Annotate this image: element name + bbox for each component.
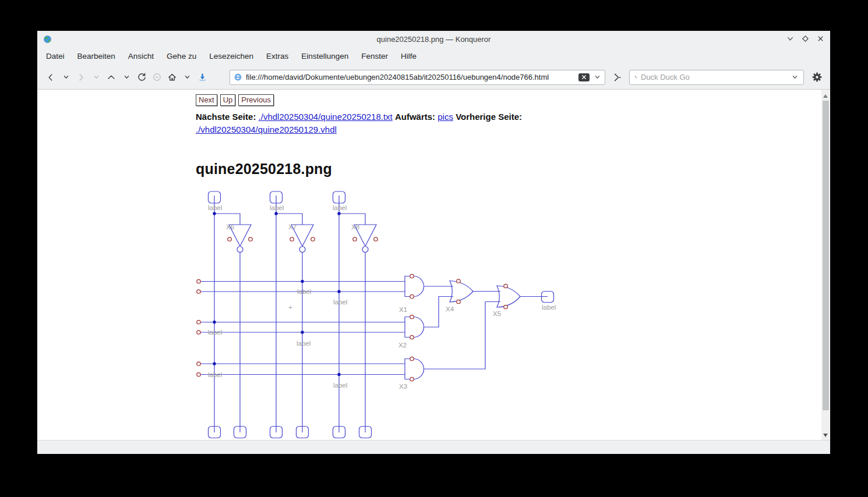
vertical-scrollbar[interactable]: [821, 90, 830, 440]
net-label: label: [270, 204, 284, 211]
or-gate-x5: [497, 286, 520, 307]
url-input[interactable]: file:///home/david/Dokumente/uebungen202…: [246, 73, 578, 81]
origin-marker: +: [288, 304, 292, 311]
home-icon[interactable]: [164, 70, 179, 85]
up-link[interactable]: pics: [437, 112, 453, 122]
menu-hilfe[interactable]: Hilfe: [394, 48, 423, 65]
scroll-up-icon[interactable]: [823, 94, 828, 98]
and-gate-x3: [405, 359, 424, 379]
stop-icon: [149, 70, 164, 85]
menu-lesezeichen[interactable]: Lesezeichen: [203, 48, 260, 65]
search-provider-mark-icon: [634, 75, 638, 79]
junction-dots: [213, 212, 340, 376]
minimize-icon[interactable]: [786, 35, 794, 42]
nav-links-paragraph: Nächste Seite: ./vhdl20250304/quine20250…: [196, 111, 577, 136]
menu-extras[interactable]: Extras: [260, 48, 295, 65]
net-label: label: [297, 288, 311, 295]
scrollbar-thumb[interactable]: [823, 101, 829, 410]
previous-button[interactable]: Previous: [238, 94, 274, 106]
net-label: label: [208, 204, 222, 211]
gate-label: X1: [399, 306, 407, 313]
or-gate-x4: [450, 281, 473, 303]
up-icon[interactable]: [104, 70, 119, 85]
up-dropdown-icon[interactable]: [119, 70, 134, 85]
net-label: label: [208, 371, 222, 378]
blue-down-arrow-icon[interactable]: [195, 70, 210, 85]
close-icon[interactable]: [817, 35, 824, 42]
forward-icon: [73, 70, 89, 85]
gate-label: X8: [351, 223, 359, 230]
pin-terminals: [197, 237, 507, 381]
url-dropdown-icon[interactable]: [594, 73, 601, 81]
browser-viewport: Next Up Previous Nächste Seite: ./vhdl20…: [37, 90, 830, 440]
back-icon[interactable]: [43, 70, 58, 85]
up-button[interactable]: Up: [220, 94, 236, 106]
menu-datei[interactable]: Datei: [40, 48, 71, 65]
and-gate-x1: [405, 276, 424, 297]
previous-label: Vorherige Seite:: [456, 112, 522, 122]
title-bar: quine20250218.png — Konqueror: [37, 31, 830, 48]
net-label: label: [208, 329, 222, 336]
next-label: Nächste Seite:: [196, 112, 256, 122]
menu-einstellungen[interactable]: Einstellungen: [295, 48, 355, 65]
reload-icon[interactable]: [134, 70, 149, 85]
url-bar[interactable]: file:///home/david/Dokumente/uebungen202…: [230, 70, 605, 85]
back-dropdown-icon[interactable]: [58, 70, 73, 85]
clear-url-icon[interactable]: [578, 73, 590, 81]
search-input[interactable]: Duck Duck Go: [634, 73, 791, 81]
menu-bar: Datei Bearbeiten Ansicht Gehe zu Lesezei…: [37, 48, 830, 65]
gate-label: X6: [226, 223, 234, 230]
window-title: quine20250218.png — Konqueror: [37, 35, 830, 44]
menu-bearbeiten[interactable]: Bearbeiten: [71, 48, 122, 65]
menu-ansicht[interactable]: Ansicht: [122, 48, 160, 65]
gate-label: X7: [288, 223, 297, 230]
net-label: label: [297, 340, 310, 347]
go-icon[interactable]: [612, 72, 622, 83]
up-label: Aufwärts:: [395, 112, 435, 122]
page-title: quine20250218.png: [196, 161, 332, 178]
previous-link[interactable]: ./vhdl20250304/quine20250129.vhdl: [196, 125, 337, 134]
next-button[interactable]: Next: [196, 94, 217, 106]
gate-label: X3: [399, 383, 407, 390]
maximize-icon[interactable]: [802, 35, 809, 42]
gate-label: X4: [446, 306, 454, 313]
konqueror-window: quine20250218.png — Konqueror Datei Bear…: [37, 31, 830, 452]
next-link[interactable]: ./vhdl20250304/quine20250218.txt: [259, 112, 393, 122]
menu-gehe-zu[interactable]: Gehe zu: [160, 48, 203, 65]
scroll-down-icon[interactable]: [823, 434, 828, 437]
net-label: label: [333, 204, 347, 211]
net-label: label: [333, 382, 347, 389]
forward-dropdown-icon: [89, 70, 104, 85]
home-dropdown-icon[interactable]: [179, 70, 195, 85]
globe-icon: [234, 73, 242, 81]
and-gate-x2: [405, 317, 424, 338]
status-bar: [37, 440, 830, 454]
circuit-diagram-image: label label label X6 X7 X8 label label +…: [192, 189, 600, 440]
net-label: label: [333, 299, 347, 306]
search-bar[interactable]: Duck Duck Go: [629, 70, 804, 85]
net-label: label: [542, 304, 556, 311]
settings-gear-icon[interactable]: [811, 72, 823, 83]
toolbar: file:///home/david/Dokumente/uebungen202…: [37, 65, 830, 90]
diagram-labels: label label label X6 X7 X8 label label +…: [208, 204, 556, 390]
menu-fenster[interactable]: Fenster: [355, 48, 394, 65]
texinfo-nav-buttons: Next Up Previous: [196, 94, 274, 106]
search-dropdown-icon[interactable]: [791, 73, 799, 81]
gate-label: X5: [493, 310, 501, 317]
gate-label: X2: [398, 342, 407, 349]
